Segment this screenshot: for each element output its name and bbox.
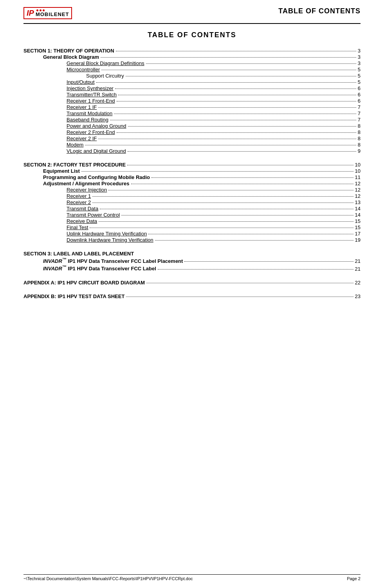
appendixb-dots bbox=[126, 297, 353, 297]
s2-dots-7 bbox=[121, 215, 353, 215]
s2-page-2: 12 bbox=[355, 181, 361, 186]
s1-dots-14 bbox=[85, 145, 356, 145]
section2-dots bbox=[127, 165, 353, 165]
s1-entry-14: Modem 8 bbox=[23, 142, 361, 148]
appendixb-label: APPENDIX B: IP1 HPV TEST DATA SHEET bbox=[23, 293, 124, 299]
s1-dots-1 bbox=[146, 63, 356, 64]
s1-entry-2: Microcontroller 5 bbox=[23, 67, 361, 72]
section3-label: SECTION 3: LABEL AND LABEL PLACEMENT bbox=[23, 251, 134, 257]
s1-entry-1: General Block Diagram Definitions 3 bbox=[23, 60, 361, 66]
appendixa-dots bbox=[146, 283, 353, 283]
s1-entry-0: General Block Diagram 3 bbox=[23, 54, 361, 60]
s1-page-13: 8 bbox=[358, 136, 361, 141]
s1-page-9: 7 bbox=[358, 110, 361, 116]
s2-label-1: Programming and Configuring Mobile Radio bbox=[43, 174, 150, 180]
s1-page-14: 8 bbox=[358, 142, 361, 148]
s2-label-2: Adjustment / Alignment Procedures bbox=[43, 181, 130, 186]
s2-page-9: 15 bbox=[355, 224, 361, 230]
s2-page-3: 12 bbox=[355, 187, 361, 193]
s1-entry-4: Input/Output 5 bbox=[23, 79, 361, 85]
s2-entry-10: Uplink Hardware Timing Verification 17 bbox=[23, 231, 361, 237]
s1-page-7: 6 bbox=[358, 98, 361, 104]
s1-entry-12: Receiver 2 Front-End 8 bbox=[23, 129, 361, 135]
s2-page-10: 17 bbox=[355, 231, 361, 237]
s1-page-15: 9 bbox=[358, 148, 361, 154]
s2-label-6: Transmit Data bbox=[67, 206, 98, 212]
s1-label-13: Receiver 2 IF bbox=[67, 136, 97, 141]
s2-dots-2 bbox=[131, 184, 353, 184]
s2-entry-5: Receiver 2 13 bbox=[23, 199, 361, 205]
page-container: IP MOBILENET TABLE OF CONTENTS TABLE OF … bbox=[0, 0, 384, 588]
header: IP MOBILENET TABLE OF CONTENTS bbox=[23, 7, 361, 24]
s1-label-5: Injection Synthesizer bbox=[67, 85, 114, 91]
s2-page-7: 14 bbox=[355, 212, 361, 218]
logo-right: MOBILENET bbox=[36, 9, 69, 17]
s1-label-8: Receiver 1 IF bbox=[67, 104, 97, 110]
s1-label-14: Modem bbox=[67, 142, 83, 148]
s3-page-0: 21 bbox=[355, 258, 361, 264]
s2-dots-9 bbox=[90, 228, 353, 228]
footer-page: Page 2 bbox=[347, 576, 361, 581]
appendix-b: APPENDIX B: IP1 HPV TEST DATA SHEET 23 bbox=[23, 293, 361, 299]
s2-label-5: Receiver 2 bbox=[67, 199, 91, 205]
s1-entry-10: Baseband Routing 7 bbox=[23, 117, 361, 123]
s1-page-2: 5 bbox=[358, 67, 361, 72]
s1-label-12: Receiver 2 Front-End bbox=[67, 129, 115, 135]
logo-box: IP MOBILENET bbox=[23, 7, 72, 19]
s2-dots-11 bbox=[155, 240, 353, 241]
s1-entry-8: Receiver 1 IF 7 bbox=[23, 104, 361, 110]
section1: SECTION 1: THEORY OF OPERATION 3 General… bbox=[23, 48, 361, 154]
s2-dots-6 bbox=[100, 209, 353, 209]
s1-dots-6 bbox=[118, 95, 356, 95]
s2-dots-4 bbox=[92, 196, 353, 197]
section2-heading-entry: SECTION 2: FACTORY TEST PROCEDURE 10 bbox=[23, 162, 361, 168]
s2-entry-11: Downlink Hardware Timing Verification 19 bbox=[23, 237, 361, 243]
s1-page-8: 7 bbox=[358, 104, 361, 110]
s1-dots-7 bbox=[117, 101, 356, 101]
s2-label-4: Receiver 1 bbox=[67, 193, 91, 199]
section3-heading-entry: SECTION 3: LABEL AND LABEL PLACEMENT bbox=[23, 251, 361, 257]
s3-dots-0 bbox=[184, 261, 353, 262]
s1-page-5: 6 bbox=[358, 85, 361, 91]
s2-dots-3 bbox=[108, 190, 353, 190]
toc-heading: TABLE OF CONTENTS bbox=[23, 31, 361, 39]
s1-dots-13 bbox=[98, 139, 356, 139]
footer: ~\Technical Documentation\System Manuals… bbox=[23, 574, 361, 581]
s1-label-7: Receiver 1 Front-End bbox=[67, 98, 115, 104]
s2-dots-5 bbox=[92, 203, 353, 203]
s2-label-3: Receiver Injection bbox=[67, 187, 107, 193]
s1-page-12: 8 bbox=[358, 129, 361, 135]
section1-dots bbox=[116, 51, 356, 51]
section2-label: SECTION 2: FACTORY TEST PROCEDURE bbox=[23, 162, 126, 168]
page-title: TABLE OF CONTENTS bbox=[278, 7, 361, 15]
s2-label-8: Receive Data bbox=[67, 218, 97, 224]
s1-label-3: Support Circuitry bbox=[86, 73, 124, 79]
s1-dots-3 bbox=[126, 76, 356, 76]
s1-page-11: 8 bbox=[358, 123, 361, 129]
appendixb-entry: APPENDIX B: IP1 HPV TEST DATA SHEET 23 bbox=[23, 293, 361, 299]
s1-label-10: Baseband Routing bbox=[67, 117, 108, 123]
appendix-a: APPENDIX A: IP1 HPV CIRCUIT BOARD DIAGRA… bbox=[23, 280, 361, 286]
appendixa-label: APPENDIX A: IP1 HPV CIRCUIT BOARD DIAGRA… bbox=[23, 280, 145, 286]
s1-entry-3: Support Circuitry 5 bbox=[23, 73, 361, 79]
s1-entry-9: Transmit Modulation 7 bbox=[23, 110, 361, 116]
logo-ip: IP bbox=[27, 9, 34, 18]
s1-entry-15: VLogic and Digital Ground 9 bbox=[23, 148, 361, 154]
s1-entry-5: Injection Synthesizer 6 bbox=[23, 85, 361, 91]
s1-entry-7: Receiver 1 Front-End 6 bbox=[23, 98, 361, 104]
s2-page-5: 13 bbox=[355, 199, 361, 205]
s2-entry-9: Final Test 15 bbox=[23, 224, 361, 230]
s2-dots-8 bbox=[99, 221, 353, 222]
s1-entry-6: Transmitter/TR Switch 6 bbox=[23, 92, 361, 98]
s1-label-4: Input/Output bbox=[67, 79, 95, 85]
s2-entry-3: Receiver Injection 12 bbox=[23, 187, 361, 193]
s1-page-0: 3 bbox=[358, 54, 361, 60]
s3-entry-1: INVADR™ IP1 HPV Data Transceiver FCC Lab… bbox=[23, 264, 361, 271]
s2-page-8: 15 bbox=[355, 218, 361, 224]
s3-label-1: INVADR™ IP1 HPV Data Transceiver FCC Lab… bbox=[43, 264, 156, 271]
s2-label-7: Transmit Power Control bbox=[67, 212, 120, 218]
s3-entry-0: INVADR™ IP1 HPV Data Transceiver FCC Lab… bbox=[23, 257, 361, 264]
s1-dots-8 bbox=[98, 107, 356, 108]
s1-dots-11 bbox=[128, 126, 356, 127]
s1-label-9: Transmit Modulation bbox=[67, 110, 112, 116]
